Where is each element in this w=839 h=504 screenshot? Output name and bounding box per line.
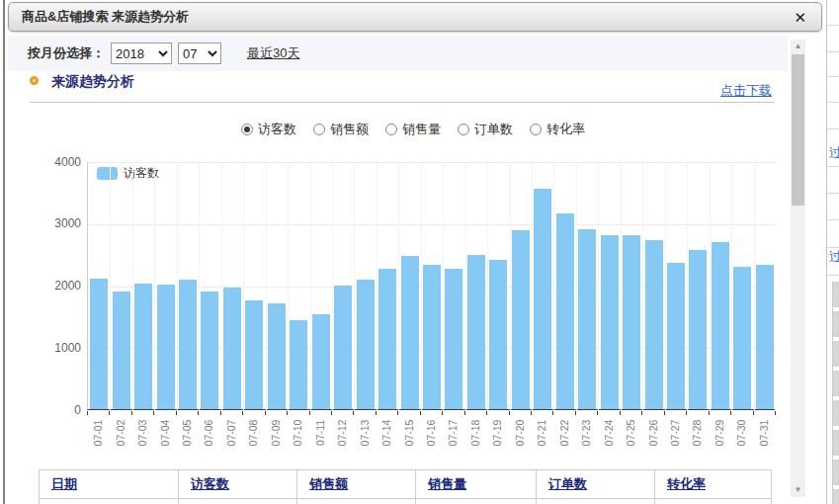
y-axis-label: 1000: [34, 341, 81, 355]
x-axis-label: 07-10: [292, 415, 303, 451]
metric-radio-4[interactable]: 订单数: [458, 121, 513, 138]
x-axis-tick: [552, 411, 553, 415]
gridline-vertical: [621, 162, 622, 410]
bar-07-21: [534, 189, 551, 409]
x-axis-tick: [575, 411, 576, 415]
bar-07-28: [689, 250, 707, 409]
x-axis-tick: [397, 411, 398, 415]
x-axis-tick: [309, 411, 310, 415]
bar-07-01: [90, 279, 108, 409]
background-partial-link: 过: [829, 144, 839, 162]
bar-07-11: [312, 314, 330, 409]
metric-radio-3[interactable]: 销售量: [385, 121, 441, 138]
download-link[interactable]: 点击下载: [720, 82, 772, 100]
x-axis-label: 07-17: [447, 415, 459, 451]
metric-radio-2[interactable]: 销售额: [313, 121, 369, 138]
y-axis-label: 0: [34, 403, 81, 417]
radio-icon[interactable]: [385, 124, 397, 135]
x-axis-label: 07-16: [425, 415, 437, 451]
table-cell: [297, 499, 416, 504]
gridline-vertical: [243, 162, 244, 410]
bar-07-05: [179, 280, 197, 409]
x-axis-label: 07-09: [270, 415, 282, 451]
bar-07-17: [445, 269, 462, 409]
dialog-content: 按月份选择： 2018 07 最近30天 来源趋势分析 点击下载 访客数销售额销…: [8, 34, 788, 504]
dialog-titlebar: 商品&店铺搜索 来源趋势分析 ✕: [8, 2, 822, 32]
data-table: 日期访客数销售额销售量订单数转化率: [39, 469, 772, 504]
bar-07-07: [223, 288, 241, 409]
x-axis-tick: [686, 411, 687, 415]
trend-chart: 访客数 0100020003000400007-0107-0207-0307-0…: [8, 34, 788, 504]
gridline-vertical: [398, 162, 399, 410]
chart-plot-area: 访客数: [87, 162, 775, 410]
gridline-vertical: [377, 162, 378, 410]
x-axis-tick: [709, 411, 710, 415]
year-select[interactable]: 2018: [111, 42, 172, 64]
background-gridline: [827, 247, 839, 248]
column-header-3[interactable]: 销售额: [297, 470, 416, 499]
x-axis-label: 07-24: [603, 415, 615, 451]
gridline-vertical: [710, 162, 711, 410]
legend-swatch-icon: [97, 167, 118, 180]
filter-row: 按月份选择： 2018 07 最近30天: [8, 36, 788, 71]
x-axis-tick: [242, 411, 243, 415]
radio-icon[interactable]: [458, 124, 469, 135]
gridline-vertical: [754, 162, 755, 410]
gridline-vertical: [443, 162, 444, 410]
gridline-vertical: [332, 162, 333, 410]
radio-icon[interactable]: [241, 124, 253, 135]
metric-radio-1[interactable]: 访客数: [241, 121, 296, 138]
background-gridline: [827, 102, 839, 103]
bar-07-26: [645, 240, 663, 409]
x-axis-tick: [464, 411, 465, 415]
column-header-6[interactable]: 转化率: [655, 470, 772, 499]
dialog-scrollbar[interactable]: ▲ ▼: [791, 40, 805, 497]
scrollbar-thumb[interactable]: [792, 54, 804, 206]
metric-radio-group: 访客数销售额销售量订单数转化率: [241, 121, 602, 138]
x-axis-label: 07-22: [558, 415, 570, 451]
bar-07-10: [290, 320, 307, 409]
x-axis-label: 07-08: [247, 415, 259, 451]
gridline-vertical: [687, 162, 688, 410]
bar-07-27: [667, 263, 685, 409]
gridline-horizontal: [88, 162, 776, 163]
month-select[interactable]: 07: [178, 42, 221, 64]
radio-icon[interactable]: [313, 124, 325, 135]
metric-label: 转化率: [546, 121, 585, 138]
x-axis-tick: [664, 411, 665, 415]
bar-07-08: [245, 300, 263, 409]
x-axis-label: 07-21: [536, 415, 547, 451]
y-axis-label: 2000: [34, 279, 81, 293]
x-axis-label: 07-25: [625, 415, 636, 451]
gridline-horizontal: [88, 224, 776, 225]
column-header-5[interactable]: 订单数: [537, 470, 655, 499]
chart-legend: 访客数: [97, 165, 159, 182]
column-header-1[interactable]: 日期: [40, 470, 179, 499]
x-axis-tick: [198, 411, 199, 415]
x-axis-tick: [620, 411, 621, 415]
metric-radio-5[interactable]: 转化率: [530, 121, 585, 138]
x-axis-label: 07-29: [713, 415, 725, 451]
column-header-4[interactable]: 销售量: [416, 470, 537, 499]
x-axis-tick: [442, 411, 443, 415]
background-gridline: [827, 128, 839, 129]
table-row: [40, 499, 772, 504]
bar-07-13: [357, 280, 375, 409]
x-axis-label: 07-20: [514, 415, 526, 451]
screen: 过 过 商品&店铺搜索 来源趋势分析 ✕ 按月份选择： 2018 07 最近30…: [0, 0, 839, 504]
table-cell: [416, 499, 537, 504]
scrollbar-down-icon[interactable]: ▼: [791, 483, 805, 497]
gridline-vertical: [731, 162, 732, 410]
close-icon[interactable]: ✕: [794, 10, 806, 25]
scrollbar-up-icon[interactable]: ▲: [791, 40, 805, 53]
x-axis-tick: [176, 411, 177, 415]
x-axis-label: 07-27: [669, 415, 681, 451]
bar-07-19: [489, 260, 507, 409]
x-axis-tick: [775, 411, 776, 415]
gridline-vertical: [665, 162, 666, 410]
column-header-2[interactable]: 访客数: [179, 470, 297, 499]
x-axis-tick: [486, 411, 487, 415]
radio-icon[interactable]: [530, 124, 542, 135]
recent-30-days-link[interactable]: 最近30天: [247, 44, 299, 62]
x-axis-label: 07-23: [580, 415, 592, 451]
